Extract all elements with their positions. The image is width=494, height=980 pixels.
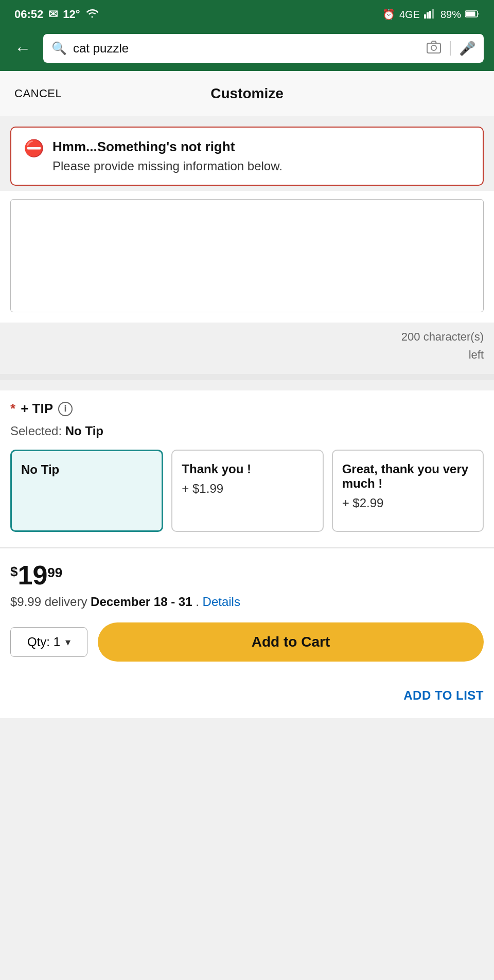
search-divider	[450, 41, 451, 56]
tip-card-no-tip-label: No Tip	[21, 462, 152, 477]
qty-arrow: ▾	[65, 636, 70, 648]
custom-textarea[interactable]	[10, 199, 484, 312]
svg-rect-3	[432, 9, 434, 19]
price-dollar: $	[10, 564, 17, 580]
price-cents: 99	[47, 565, 62, 581]
tip-selected-value: No Tip	[65, 424, 103, 438]
svg-rect-6	[427, 43, 440, 53]
status-time: 06:52	[14, 8, 43, 21]
delivery-details-link[interactable]: Details	[203, 595, 240, 609]
search-icon: 🔍	[51, 41, 67, 56]
cancel-button[interactable]: CANCEL	[14, 87, 107, 100]
tip-selected-row: Selected: No Tip	[10, 424, 484, 438]
status-left: 06:52 ✉ 12°	[14, 8, 99, 21]
wifi-icon	[85, 8, 99, 21]
qty-label: Qty: 1	[27, 635, 60, 649]
mic-icon[interactable]: 🎤	[459, 41, 475, 57]
svg-rect-0	[424, 14, 426, 19]
network-label: 4GE	[399, 9, 420, 21]
tip-info-icon[interactable]: i	[58, 402, 73, 416]
tip-card-great-thank-you[interactable]: Great, thank you very much ! + $2.99	[332, 450, 484, 532]
tip-card-great-thank-you-amount: + $2.99	[342, 496, 473, 510]
add-to-list-section: ADD TO LIST	[0, 674, 494, 718]
tip-asterisk: *	[10, 401, 15, 417]
delivery-prefix: $9.99 delivery	[10, 595, 91, 609]
error-title: Hmm...Something's not right	[52, 139, 283, 155]
error-description: Please provide missing information below…	[52, 159, 283, 173]
alarm-icon: ⏰	[382, 8, 395, 21]
textarea-section	[0, 191, 494, 323]
tip-section: * + TIP i Selected: No Tip No Tip Thank …	[0, 390, 494, 547]
tip-label: + TIP	[21, 401, 53, 417]
error-box: ⛔ Hmm...Something's not right Please pro…	[10, 127, 484, 186]
tip-card-no-tip[interactable]: No Tip	[10, 450, 163, 532]
search-bar-container: ← 🔍 cat puzzle 🎤	[0, 29, 494, 71]
delivery-suffix: .	[196, 595, 199, 609]
price-row: $ 19 99	[10, 562, 484, 589]
section-divider-1	[0, 374, 494, 380]
svg-point-7	[431, 45, 436, 50]
tip-card-great-thank-you-label: Great, thank you very much !	[342, 462, 473, 491]
status-bar: 06:52 ✉ 12° ⏰ 4GE 89%	[0, 0, 494, 29]
battery-icon	[465, 9, 480, 21]
char-count: 200 character(s)	[401, 330, 484, 343]
back-button[interactable]: ←	[10, 37, 35, 60]
status-right: ⏰ 4GE 89%	[382, 8, 480, 21]
svg-rect-5	[466, 11, 475, 16]
error-content: Hmm...Something's not right Please provi…	[52, 139, 283, 173]
add-to-list-button[interactable]: ADD TO LIST	[403, 688, 484, 702]
svg-rect-2	[429, 11, 431, 19]
delivery-date: December 18 - 31	[91, 595, 192, 609]
delivery-row: $9.99 delivery December 18 - 31 . Detail…	[10, 595, 484, 609]
search-input[interactable]: cat puzzle	[73, 41, 420, 56]
price-whole: 19	[17, 562, 47, 589]
status-temp: 12°	[63, 8, 80, 21]
qty-selector[interactable]: Qty: 1 ▾	[10, 627, 87, 657]
tip-card-thank-you-amount: + $1.99	[182, 482, 313, 496]
tip-selected-label: Selected:	[10, 424, 62, 438]
add-to-cart-button[interactable]: Add to Cart	[98, 622, 484, 662]
customize-header: CANCEL Customize	[0, 71, 494, 116]
char-count-suffix: left	[469, 348, 484, 361]
price-cart-section: $ 19 99 $9.99 delivery December 18 - 31 …	[0, 548, 494, 674]
battery-label: 89%	[440, 9, 461, 21]
search-box[interactable]: 🔍 cat puzzle 🎤	[43, 34, 484, 63]
customize-title: Customize	[107, 85, 387, 102]
tip-card-thank-you-label: Thank you !	[182, 462, 313, 476]
mail-icon: ✉	[48, 8, 58, 21]
camera-icon[interactable]	[426, 40, 442, 58]
char-count-container: 200 character(s) left	[0, 323, 494, 364]
error-icon: ⛔	[24, 140, 44, 156]
cart-row: Qty: 1 ▾ Add to Cart	[10, 622, 484, 662]
tip-card-thank-you[interactable]: Thank you ! + $1.99	[171, 450, 323, 532]
tip-cards: No Tip Thank you ! + $1.99 Great, thank …	[10, 450, 484, 547]
signal-icon	[424, 8, 436, 21]
svg-rect-1	[427, 12, 429, 19]
tip-label-row: * + TIP i	[10, 401, 484, 417]
